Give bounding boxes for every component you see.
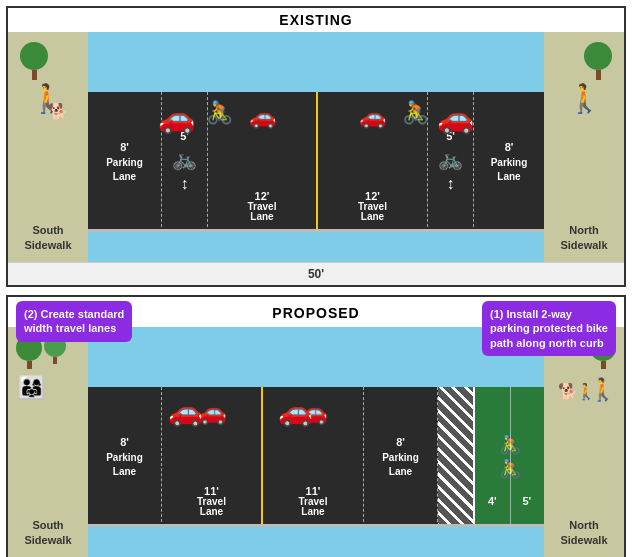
existing-diagram: EXISTING 🚶 🐕 SouthSidewalk 🚶 NorthSidewa… [6, 6, 626, 287]
proposed-road-surface: 8' Parking Lane 🚗 11' Travel Lane 🚗 11' … [88, 387, 544, 527]
tree-south [20, 42, 48, 80]
arrow-icon-south: ↕ [181, 173, 189, 195]
bike-path-divider [510, 387, 511, 527]
proposed-lane-container: 8' Parking Lane 🚗 11' Travel Lane 🚗 11' … [88, 387, 544, 527]
proposed-title-area: (2) Create standard width travel lanes P… [8, 297, 624, 325]
bike-icon-north: 🚲 [438, 145, 463, 173]
biker-existing-north: 🚴 [402, 100, 429, 126]
proposed-diagram: (2) Create standard width travel lanes P… [6, 295, 626, 557]
bike-path-label-4: 4' [475, 495, 510, 507]
bike-path-label-5: 5' [510, 495, 545, 507]
callout-bike-path: (1) Install 2-way parking protected bike… [482, 301, 616, 356]
proposed-north-sidewalk: 🚶 🚶 🐕 NorthSidewalk [544, 327, 624, 557]
car-proposed-2: 🚗 [278, 395, 313, 428]
biker-existing-south: 🚴 [206, 100, 233, 126]
north-sidewalk-proposed-label: NorthSidewalk [560, 518, 607, 547]
south-sidewalk-label: SouthSidewalk [24, 223, 71, 252]
existing-title: EXISTING [8, 8, 624, 32]
proposed-lane-parking-south: 8' Parking Lane [88, 387, 162, 527]
proposed-street-scene: 👨‍👩‍👧 SouthSidewalk 🚶 🚶 🐕 NorthSidewalk … [8, 327, 624, 557]
existing-south-sidewalk: 🚶 🐕 SouthSidewalk [8, 32, 88, 262]
dog-north: 🐕 [558, 382, 578, 401]
car-proposed-1: 🚗 [168, 395, 203, 428]
proposed-south-sidewalk: 👨‍👩‍👧 SouthSidewalk [8, 327, 88, 557]
proposed-lane-parking-north: 8' Parking Lane [364, 387, 438, 527]
family-south: 👨‍👩‍👧 [18, 375, 45, 401]
tree-north [584, 42, 612, 80]
person-north: 🚶 [567, 82, 602, 115]
lane-parking-south: 8' Parking Lane [88, 92, 162, 232]
existing-street-scene: 🚶 🐕 SouthSidewalk 🚶 NorthSidewalk 8' [8, 32, 624, 262]
south-sidewalk-proposed-label: SouthSidewalk [24, 518, 71, 547]
north-sidewalk-label: NorthSidewalk [560, 223, 607, 252]
lane-parking-north: 8' Parking Lane [474, 92, 544, 232]
callout-create-lanes: (2) Create standard width travel lanes [16, 301, 132, 342]
existing-measurement: 50' [8, 262, 624, 285]
proposed-bike-path: 🚴 🚴 4' 5' [475, 387, 544, 527]
arrow-icon-north: ↕ [447, 173, 455, 195]
car-existing-1: 🚗 [158, 100, 195, 135]
car-existing-2: 🚗 [437, 100, 474, 135]
curb-line [88, 229, 544, 232]
bike-icon-south: 🚲 [172, 145, 197, 173]
proposed-curb-line [88, 524, 544, 527]
dog-south: 🐕 [48, 102, 68, 121]
road-surface: 8' Parking Lane 5' 🚲 ↕ 🚗 12' Travel Lane [88, 92, 544, 232]
car-travel-south: 🚗 [249, 102, 276, 133]
car-travel-north: 🚗 [359, 102, 386, 133]
existing-north-sidewalk: 🚶 NorthSidewalk [544, 32, 624, 262]
walker2-north: 🚶 [576, 382, 596, 401]
lane-container: 8' Parking Lane 5' 🚲 ↕ 🚗 12' Travel Lane [88, 92, 544, 232]
proposed-buffer-stripe [438, 387, 475, 527]
